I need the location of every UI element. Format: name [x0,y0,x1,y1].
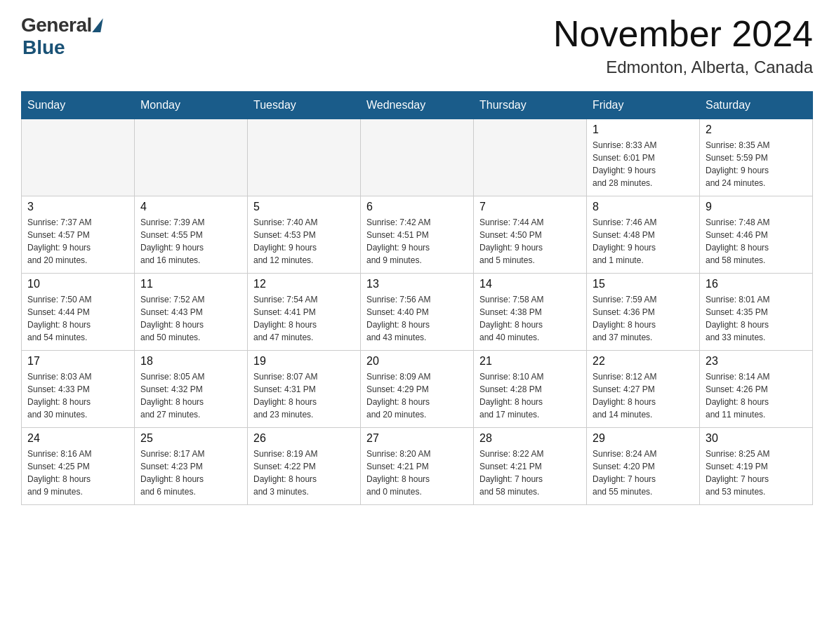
calendar-day-cell: 14Sunrise: 7:58 AMSunset: 4:38 PMDayligh… [474,274,587,351]
day-number: 18 [140,355,241,368]
day-info: Sunrise: 8:25 AMSunset: 4:19 PMDaylight:… [706,448,807,498]
page-header: General Blue November 2024 Edmonton, Alb… [21,14,813,77]
day-number: 8 [593,201,694,213]
logo-arrow-icon [92,18,103,32]
day-number: 16 [706,278,807,290]
day-number: 26 [253,432,355,445]
day-info: Sunrise: 8:10 AMSunset: 4:28 PMDaylight:… [479,370,581,421]
calendar-day-cell: 17Sunrise: 8:03 AMSunset: 4:33 PMDayligh… [22,351,135,428]
calendar-day-cell: 22Sunrise: 8:12 AMSunset: 4:27 PMDayligh… [587,351,700,428]
calendar-week-row: 24Sunrise: 8:16 AMSunset: 4:25 PMDayligh… [22,428,813,505]
calendar-day-cell: 25Sunrise: 8:17 AMSunset: 4:23 PMDayligh… [135,428,248,505]
day-number: 9 [706,201,807,213]
calendar-day-cell [361,119,474,196]
day-info: Sunrise: 8:14 AMSunset: 4:26 PMDaylight:… [706,370,807,421]
day-info: Sunrise: 7:37 AMSunset: 4:57 PMDaylight:… [27,216,128,267]
day-number: 21 [479,355,581,368]
day-number: 24 [27,432,128,445]
calendar-day-cell: 24Sunrise: 8:16 AMSunset: 4:25 PMDayligh… [22,428,135,505]
day-info: Sunrise: 7:56 AMSunset: 4:40 PMDaylight:… [366,293,468,344]
calendar-day-cell: 18Sunrise: 8:05 AMSunset: 4:32 PMDayligh… [135,351,248,428]
day-info: Sunrise: 8:35 AMSunset: 5:59 PMDaylight:… [706,139,807,189]
day-number: 30 [706,432,807,445]
day-info: Sunrise: 8:20 AMSunset: 4:21 PMDaylight:… [366,448,468,498]
day-number: 6 [366,201,468,213]
calendar-day-cell [22,119,135,196]
day-number: 2 [706,123,807,136]
day-info: Sunrise: 7:54 AMSunset: 4:41 PMDaylight:… [253,293,355,344]
calendar-week-row: 17Sunrise: 8:03 AMSunset: 4:33 PMDayligh… [22,351,813,428]
calendar-week-row: 10Sunrise: 7:50 AMSunset: 4:44 PMDayligh… [22,274,813,351]
calendar-day-cell: 1Sunrise: 8:33 AMSunset: 6:01 PMDaylight… [587,119,700,196]
calendar-day-cell: 29Sunrise: 8:24 AMSunset: 4:20 PMDayligh… [587,428,700,505]
day-of-week-header: Tuesday [248,92,361,119]
day-info: Sunrise: 8:22 AMSunset: 4:21 PMDaylight:… [479,448,581,498]
day-info: Sunrise: 7:52 AMSunset: 4:43 PMDaylight:… [140,293,241,344]
day-info: Sunrise: 8:03 AMSunset: 4:33 PMDaylight:… [27,370,128,421]
calendar-day-cell: 21Sunrise: 8:10 AMSunset: 4:28 PMDayligh… [474,351,587,428]
calendar-day-cell: 5Sunrise: 7:40 AMSunset: 4:53 PMDaylight… [248,196,361,274]
day-of-week-header: Monday [135,92,248,119]
day-number: 11 [140,278,241,290]
day-number: 12 [253,278,355,290]
calendar-week-row: 1Sunrise: 8:33 AMSunset: 6:01 PMDaylight… [22,119,813,196]
title-section: November 2024 Edmonton, Alberta, Canada [553,14,813,77]
day-number: 5 [253,201,355,213]
day-info: Sunrise: 8:19 AMSunset: 4:22 PMDaylight:… [253,448,355,498]
day-info: Sunrise: 7:48 AMSunset: 4:46 PMDaylight:… [706,216,807,267]
calendar-day-cell [474,119,587,196]
day-number: 10 [27,278,128,290]
calendar-day-cell: 20Sunrise: 8:09 AMSunset: 4:29 PMDayligh… [361,351,474,428]
day-number: 29 [593,432,694,445]
calendar-week-row: 3Sunrise: 7:37 AMSunset: 4:57 PMDaylight… [22,196,813,274]
day-number: 4 [140,201,241,213]
day-number: 22 [593,355,694,368]
calendar-day-cell: 4Sunrise: 7:39 AMSunset: 4:55 PMDaylight… [135,196,248,274]
day-info: Sunrise: 8:33 AMSunset: 6:01 PMDaylight:… [593,139,694,189]
day-info: Sunrise: 8:24 AMSunset: 4:20 PMDaylight:… [593,448,694,498]
day-number: 20 [366,355,468,368]
day-info: Sunrise: 7:42 AMSunset: 4:51 PMDaylight:… [366,216,468,267]
month-title: November 2024 [553,14,813,54]
day-info: Sunrise: 8:12 AMSunset: 4:27 PMDaylight:… [593,370,694,421]
day-number: 1 [593,123,694,136]
day-number: 15 [593,278,694,290]
calendar-day-cell: 30Sunrise: 8:25 AMSunset: 4:19 PMDayligh… [700,428,813,505]
day-info: Sunrise: 7:39 AMSunset: 4:55 PMDaylight:… [140,216,241,267]
calendar-day-cell: 28Sunrise: 8:22 AMSunset: 4:21 PMDayligh… [474,428,587,505]
calendar-day-cell [248,119,361,196]
logo-general-text: General [21,14,92,36]
calendar-day-cell: 16Sunrise: 8:01 AMSunset: 4:35 PMDayligh… [700,274,813,351]
day-number: 14 [479,278,581,290]
day-of-week-header: Saturday [700,92,813,119]
day-of-week-header: Thursday [474,92,587,119]
calendar-day-cell: 6Sunrise: 7:42 AMSunset: 4:51 PMDaylight… [361,196,474,274]
day-info: Sunrise: 7:58 AMSunset: 4:38 PMDaylight:… [479,293,581,344]
logo: General Blue [21,14,102,59]
calendar-day-cell: 2Sunrise: 8:35 AMSunset: 5:59 PMDaylight… [700,119,813,196]
calendar-day-cell [135,119,248,196]
calendar-day-cell: 15Sunrise: 7:59 AMSunset: 4:36 PMDayligh… [587,274,700,351]
location-title: Edmonton, Alberta, Canada [553,58,813,77]
logo-blue-text: Blue [22,36,65,58]
calendar-day-cell: 3Sunrise: 7:37 AMSunset: 4:57 PMDaylight… [22,196,135,274]
day-number: 28 [479,432,581,445]
calendar-day-cell: 10Sunrise: 7:50 AMSunset: 4:44 PMDayligh… [22,274,135,351]
day-info: Sunrise: 7:46 AMSunset: 4:48 PMDaylight:… [593,216,694,267]
calendar-day-cell: 27Sunrise: 8:20 AMSunset: 4:21 PMDayligh… [361,428,474,505]
calendar-day-cell: 26Sunrise: 8:19 AMSunset: 4:22 PMDayligh… [248,428,361,505]
calendar-day-cell: 7Sunrise: 7:44 AMSunset: 4:50 PMDaylight… [474,196,587,274]
day-info: Sunrise: 7:44 AMSunset: 4:50 PMDaylight:… [479,216,581,267]
calendar-header-row: SundayMondayTuesdayWednesdayThursdayFrid… [22,92,813,119]
day-number: 13 [366,278,468,290]
day-info: Sunrise: 7:50 AMSunset: 4:44 PMDaylight:… [27,293,128,344]
calendar-day-cell: 9Sunrise: 7:48 AMSunset: 4:46 PMDaylight… [700,196,813,274]
calendar-day-cell: 23Sunrise: 8:14 AMSunset: 4:26 PMDayligh… [700,351,813,428]
calendar-day-cell: 11Sunrise: 7:52 AMSunset: 4:43 PMDayligh… [135,274,248,351]
day-of-week-header: Wednesday [361,92,474,119]
day-number: 7 [479,201,581,213]
day-info: Sunrise: 8:09 AMSunset: 4:29 PMDaylight:… [366,370,468,421]
calendar-day-cell: 8Sunrise: 7:46 AMSunset: 4:48 PMDaylight… [587,196,700,274]
day-number: 23 [706,355,807,368]
day-info: Sunrise: 7:40 AMSunset: 4:53 PMDaylight:… [253,216,355,267]
